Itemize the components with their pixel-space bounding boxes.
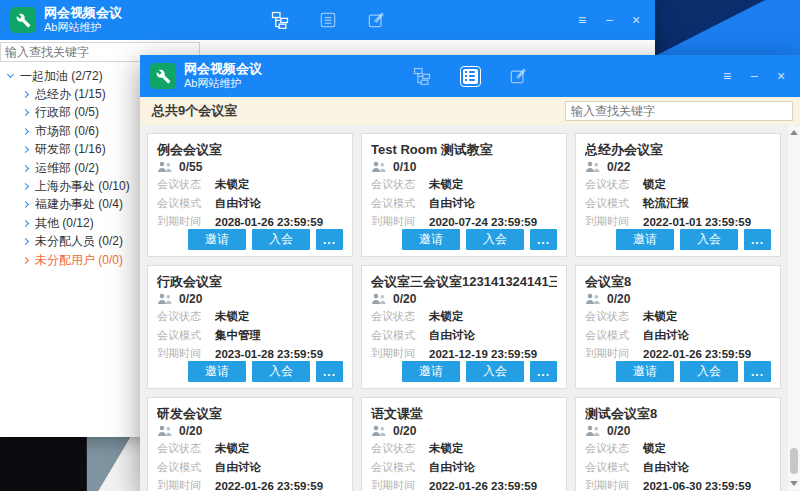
- mode-label: 会议模式: [371, 328, 429, 343]
- menu-button[interactable]: ≡: [573, 13, 591, 27]
- room-mode-field: 会议模式 轮流汇报: [585, 196, 771, 211]
- invite-button[interactable]: 邀请: [188, 361, 246, 382]
- expire-label: 到期时间: [371, 214, 429, 229]
- room-capacity: 0/20: [179, 292, 202, 306]
- mode-value: 自由讨论: [643, 328, 689, 343]
- room-actions: 邀请 入会 ...: [371, 361, 557, 382]
- edit-button[interactable]: [365, 9, 387, 31]
- mode-value: 自由讨论: [215, 196, 261, 211]
- window-controls: ≡ − ×: [573, 13, 655, 27]
- invite-button[interactable]: 邀请: [402, 229, 460, 250]
- expire-value: 2028-01-26 23:59:59: [215, 216, 323, 228]
- titlebar-toolbar: [411, 65, 529, 87]
- people-icon: [585, 161, 601, 173]
- mode-label: 会议模式: [371, 196, 429, 211]
- room-capacity: 0/22: [607, 160, 630, 174]
- org-view-button[interactable]: [411, 65, 433, 87]
- chevron-right-icon: [22, 91, 29, 98]
- background-window-titlebar: 网会视频会议 Ab网站维护 ≡ − ×: [0, 0, 655, 40]
- meeting-room-card: Test Room 测试教室 0/10 会议状态 未锁定 会议模式 自由讨论 到…: [361, 133, 567, 257]
- room-capacity: 0/55: [179, 160, 202, 174]
- room-expire-field: 到期时间 2022-01-01 23:59:59: [585, 214, 771, 229]
- join-button[interactable]: 入会: [680, 229, 738, 250]
- close-button[interactable]: ×: [627, 13, 645, 27]
- room-name: 例会会议室: [157, 141, 343, 156]
- close-button[interactable]: ×: [772, 69, 790, 83]
- status-label: 会议状态: [371, 309, 429, 324]
- rooms-search-input[interactable]: [565, 101, 793, 121]
- desktop-wallpaper-top-right: [655, 0, 800, 56]
- edit-button[interactable]: [507, 65, 529, 87]
- minimize-button[interactable]: −: [600, 13, 618, 27]
- app-title: 网会视频会议: [184, 62, 262, 77]
- invite-button[interactable]: 邀请: [616, 229, 674, 250]
- more-button[interactable]: ...: [530, 229, 557, 250]
- meeting-room-card: 会议室三会议室123141324141三会... 0/20 会议状态 未锁定 会…: [361, 265, 567, 389]
- org-tree-item-label: 市场部 (0/6): [35, 123, 99, 140]
- room-capacity: 0/20: [607, 292, 630, 306]
- expire-label: 到期时间: [157, 214, 215, 229]
- org-chart-icon: [270, 10, 290, 30]
- expire-label: 到期时间: [585, 346, 643, 361]
- room-mode-field: 会议模式 自由讨论: [371, 328, 557, 343]
- mode-label: 会议模式: [157, 328, 215, 343]
- invite-button[interactable]: 邀请: [402, 361, 460, 382]
- invite-button[interactable]: 邀请: [188, 229, 246, 250]
- menu-button[interactable]: ≡: [718, 69, 736, 83]
- room-status-field: 会议状态 未锁定: [371, 177, 557, 192]
- join-button[interactable]: 入会: [252, 361, 310, 382]
- mode-value: 集中管理: [215, 328, 261, 343]
- list-view-button[interactable]: [459, 65, 481, 87]
- org-view-button[interactable]: [269, 9, 291, 31]
- scroll-up-arrow-icon[interactable]: [790, 130, 798, 135]
- room-capacity: 0/10: [393, 160, 416, 174]
- wrench-icon: [156, 69, 171, 84]
- more-button[interactable]: ...: [316, 361, 343, 382]
- join-button[interactable]: 入会: [466, 229, 524, 250]
- mode-label: 会议模式: [157, 196, 215, 211]
- app-title-block: 网会视频会议 Ab网站维护: [44, 6, 122, 34]
- room-name: 会议室8: [585, 273, 771, 288]
- room-capacity-row: 0/20: [585, 292, 771, 306]
- room-mode-field: 会议模式 自由讨论: [371, 196, 557, 211]
- mode-label: 会议模式: [585, 328, 643, 343]
- more-button[interactable]: ...: [316, 229, 343, 250]
- status-value: 未锁定: [215, 177, 250, 192]
- people-icon: [157, 293, 173, 305]
- list-view-button[interactable]: [317, 9, 339, 31]
- scrollbar-thumb[interactable]: [790, 448, 798, 474]
- chevron-right-icon: [22, 128, 29, 135]
- room-capacity-row: 0/20: [585, 424, 771, 438]
- join-button[interactable]: 入会: [680, 361, 738, 382]
- room-capacity-row: 0/20: [371, 292, 557, 306]
- invite-button[interactable]: 邀请: [616, 361, 674, 382]
- room-expire-field: 到期时间 2023-01-28 23:59:59: [157, 346, 343, 361]
- room-expire-field: 到期时间 2021-06-30 23:59:59: [585, 478, 771, 491]
- mode-label: 会议模式: [585, 460, 643, 475]
- more-button[interactable]: ...: [744, 229, 771, 250]
- titlebar-toolbar: [269, 9, 387, 31]
- chevron-right-icon: [22, 183, 29, 190]
- chevron-right-icon: [22, 238, 29, 245]
- status-value: 未锁定: [643, 309, 678, 324]
- mode-value: 自由讨论: [429, 460, 475, 475]
- status-value: 未锁定: [215, 309, 250, 324]
- wrench-icon: [16, 13, 31, 28]
- join-button[interactable]: 入会: [252, 229, 310, 250]
- room-status-field: 会议状态 未锁定: [371, 441, 557, 456]
- status-label: 会议状态: [585, 309, 643, 324]
- status-value: 未锁定: [429, 441, 464, 456]
- expire-value: 2020-07-24 23:59:59: [429, 216, 537, 228]
- people-icon: [157, 425, 173, 437]
- join-button[interactable]: 入会: [466, 361, 524, 382]
- scroll-down-arrow-icon[interactable]: [790, 481, 798, 486]
- room-mode-field: 会议模式 自由讨论: [157, 196, 343, 211]
- more-button[interactable]: ...: [530, 361, 557, 382]
- room-mode-field: 会议模式 自由讨论: [371, 460, 557, 475]
- app-logo: [10, 7, 36, 33]
- people-icon: [585, 293, 601, 305]
- vertical-scrollbar[interactable]: [788, 126, 800, 490]
- more-button[interactable]: ...: [744, 361, 771, 382]
- room-status-field: 会议状态 未锁定: [157, 309, 343, 324]
- minimize-button[interactable]: −: [745, 69, 763, 83]
